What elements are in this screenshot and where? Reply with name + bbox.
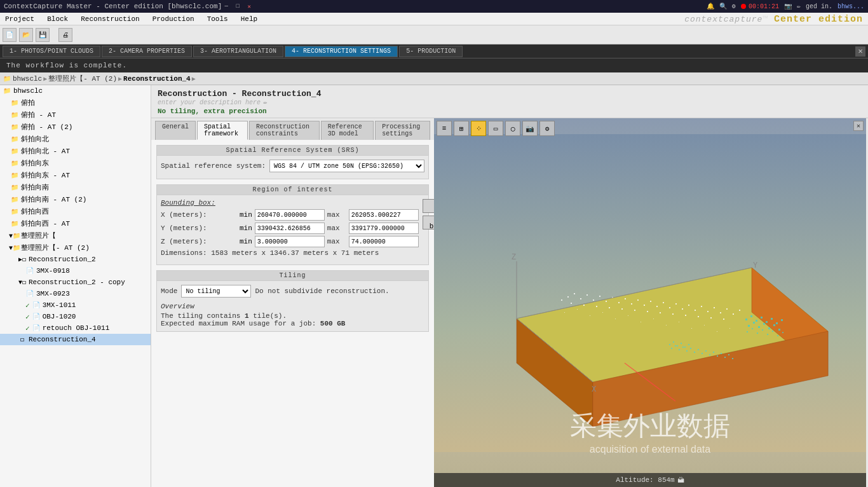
tree-root[interactable]: 📁 bhwsclc: [0, 85, 151, 97]
open-btn[interactable]: 📂: [19, 28, 33, 42]
svg-rect-21: [631, 303, 632, 305]
x-min-input[interactable]: [255, 209, 325, 221]
z-max-input[interactable]: [349, 236, 419, 247]
tree-item-16[interactable]: 📄 3MX-0923: [0, 288, 151, 299]
ti-label-12: 整理照片【- AT (2): [21, 243, 90, 252]
x-coord-row: X (meters): min max: [161, 209, 419, 221]
breadcrumb-bar: 📁 bhwsclc ▶ 整理照片【- AT (2) ▶ Reconstructi…: [0, 72, 868, 85]
view-settings-btn[interactable]: ⚙: [539, 121, 555, 136]
tree-item-3[interactable]: 📁 斜拍向北: [0, 133, 151, 145]
svg-rect-19: [625, 298, 626, 299]
srs-select[interactable]: WGS 84 / UTM zone 50N (EPSG:32650): [269, 160, 424, 172]
menu-production[interactable]: Production: [150, 14, 197, 24]
workflow-step-3[interactable]: 3- AEROTRIANGULATION: [193, 46, 283, 57]
y-max-input[interactable]: [349, 223, 419, 234]
new-btn[interactable]: 📄: [3, 28, 17, 42]
divider-btn: [52, 28, 56, 42]
view-camera-btn[interactable]: 📷: [522, 121, 538, 136]
tree-item-0[interactable]: 📁 俯拍: [0, 97, 151, 109]
ti-check-19: ✓: [25, 324, 30, 333]
view-grid-btn[interactable]: ⊞: [454, 121, 469, 136]
workflow-step-4[interactable]: 4- RECONSTRUCTION SETTINGS: [285, 46, 398, 57]
svg-rect-93: [679, 349, 680, 350]
ti-icon-7: 📁: [10, 183, 19, 192]
workflow-step-5[interactable]: 5- PRODUCTION: [399, 46, 463, 57]
svg-rect-14: [596, 306, 597, 307]
svg-rect-97: [694, 352, 695, 353]
breadcrumb-parent[interactable]: 整理照片【- AT (2): [48, 74, 117, 83]
ti-icon-19: 📄: [32, 324, 41, 333]
tab-processing[interactable]: Processing settings: [375, 121, 430, 140]
close-btn[interactable]: ✕: [245, 2, 254, 11]
svg-rect-49: [590, 315, 590, 316]
tree-item-1[interactable]: 📁 俯拍 - AT: [0, 109, 151, 121]
tab-reference[interactable]: Reference 3D model: [321, 121, 374, 140]
sys-tray-link[interactable]: bhws...: [837, 3, 864, 10]
brand-name: contextcapture: [684, 15, 763, 24]
workflow-close-btn[interactable]: ✕: [855, 46, 865, 57]
save-btn[interactable]: 💾: [36, 28, 50, 42]
tree-item-11[interactable]: ▼📁 整理照片【: [0, 230, 151, 242]
menu-project[interactable]: Project: [3, 14, 37, 24]
svg-rect-86: [673, 341, 674, 343]
tree-item-20[interactable]: ◻ Reconstruction_4: [0, 334, 151, 345]
tree-item-9[interactable]: 📁 斜拍向西: [0, 205, 151, 217]
svg-rect-85: [669, 344, 670, 345]
tree-item-12[interactable]: ▼📁 整理照片【- AT (2): [0, 242, 151, 254]
svg-rect-43: [726, 308, 728, 310]
svg-rect-34: [688, 305, 689, 306]
tree-item-10[interactable]: 📁 斜拍向西 - AT: [0, 217, 151, 230]
mode-select[interactable]: No tiling: [181, 285, 251, 298]
tab-constraints[interactable]: Reconstruction constraints: [249, 121, 320, 140]
ti-icon-0: 📁: [10, 99, 19, 107]
tree-item-8[interactable]: 📁 斜拍向南 - AT (2): [0, 193, 151, 205]
view-layers-btn[interactable]: ≡: [437, 121, 452, 136]
svg-rect-104: [721, 353, 722, 354]
svg-rect-76: [778, 329, 780, 331]
y-min-input[interactable]: [255, 223, 325, 234]
tree-item-19[interactable]: ✓ 📄 retouch OBJ-1011: [0, 322, 151, 334]
bc-sep-3: ▶: [192, 75, 196, 83]
view-mesh-btn[interactable]: ▭: [488, 121, 503, 136]
tree-item-13[interactable]: ▶◻ Reconstruction_2: [0, 254, 151, 265]
tree-item-6[interactable]: 📁 斜拍向东 - AT: [0, 169, 151, 181]
menu-help[interactable]: Help: [238, 14, 260, 24]
menu-block[interactable]: Block: [44, 14, 71, 24]
workflow-step-1[interactable]: 1- PHOTOS/POINT CLOUDS: [3, 46, 100, 57]
view-circle-btn[interactable]: ◯: [505, 121, 520, 136]
x-max-input[interactable]: [349, 209, 419, 221]
reset-bounds-btn[interactable]: Reset bounds... ▼: [423, 216, 434, 230]
export-btn[interactable]: 🖨: [58, 28, 72, 42]
tree-item-15[interactable]: ▼◻ Reconstruction_2 - copy: [0, 277, 151, 288]
z-min-input[interactable]: [255, 236, 325, 247]
minimize-btn[interactable]: ─: [222, 2, 231, 11]
mode-label: Mode: [161, 287, 177, 295]
tab-spatial[interactable]: Spatial framework: [197, 121, 248, 140]
ti-label-19: retouch OBJ-1011: [43, 324, 110, 332]
menu-reconstruction[interactable]: Reconstruction: [78, 14, 142, 24]
import-kml-btn[interactable]: Import from KML...: [423, 199, 434, 213]
edit-icon[interactable]: ✏: [263, 99, 267, 106]
sys-tray-status: ged in.: [806, 3, 832, 10]
tree-item-17[interactable]: ✓ 📄 3MX-1011: [0, 299, 151, 311]
sys-tray-icon2: 🔍: [719, 3, 727, 10]
svg-rect-64: [756, 320, 757, 322]
tree-item-2[interactable]: 📁 俯拍 - AT (2): [0, 121, 151, 133]
maximize-btn[interactable]: □: [233, 2, 242, 11]
tree-item-4[interactable]: 📁 斜拍向北 - AT: [0, 145, 151, 157]
svg-rect-98: [698, 349, 699, 350]
ti-label-14: 3MX-0918: [36, 267, 70, 275]
menu-tools[interactable]: Tools: [205, 14, 231, 24]
breadcrumb-root[interactable]: bhwsclc: [13, 75, 42, 83]
tab-general[interactable]: General: [155, 121, 196, 140]
workflow-step-2[interactable]: 2- CAMERA PROPERTIES: [102, 46, 192, 57]
tree-item-14[interactable]: 📄 3MX-0918: [0, 265, 151, 277]
view-pointcloud-btn[interactable]: ⁘: [471, 121, 486, 136]
tree-item-7[interactable]: 📁 斜拍向南: [0, 181, 151, 193]
tree-item-18[interactable]: ✓ 📄 OBJ-1020: [0, 311, 151, 322]
svg-rect-47: [564, 312, 565, 313]
svg-rect-81: [767, 334, 768, 335]
ti-label-7: 斜拍向南: [21, 182, 49, 192]
view-close-btn[interactable]: ✕: [853, 121, 864, 131]
tree-item-5[interactable]: 📁 斜拍向东: [0, 157, 151, 169]
